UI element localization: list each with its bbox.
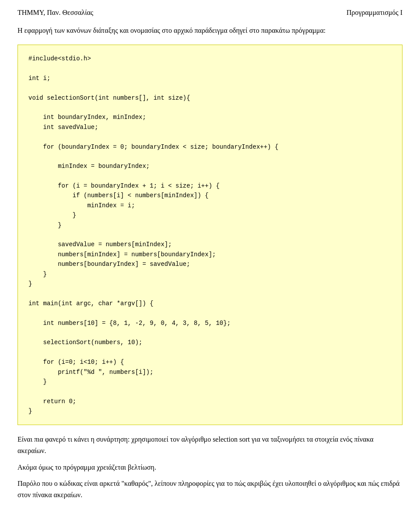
code-block: #include<stdio.h> int i; void selectionS… [18,45,402,425]
intro-paragraph: Η εφαρμογή των κανόνων διάταξης και ονομ… [18,25,402,36]
footer-paragraph-1: Είναι πια φανερό τι κάνει η συνάρτηση: χ… [18,434,402,456]
footer-paragraph-3: Παρόλο που ο κώδικας είναι αρκετά "καθαρ… [18,478,402,500]
page-header: ΤΗΜΜΥ, Παν. Θεσσαλίας Προγραμματισμός Ι [18,9,402,17]
header-institution: ΤΗΜΜΥ, Παν. Θεσσαλίας [18,9,93,17]
footer-paragraph-2: Ακόμα όμως το πρόγραμμα χρειάζεται βελτί… [18,462,402,473]
header-course: Προγραμματισμός Ι [346,9,402,17]
